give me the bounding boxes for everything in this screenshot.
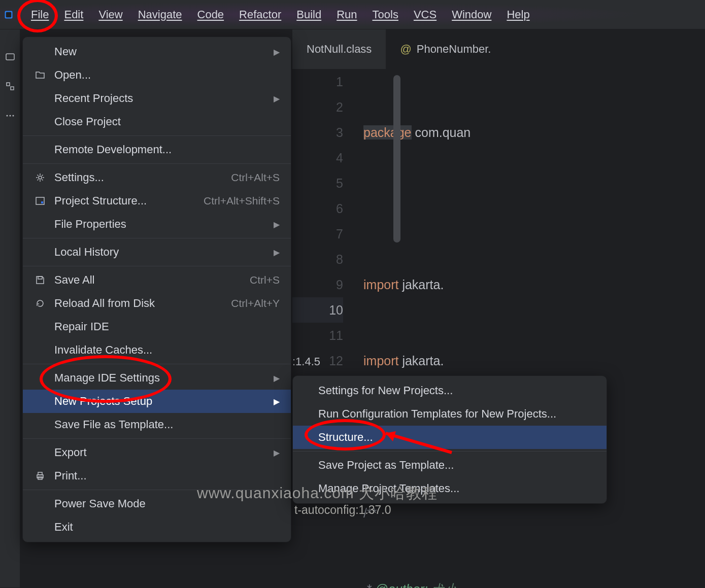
code-area[interactable]: package com.quan import jakarta. import … [363, 69, 471, 588]
menu-view[interactable]: View [91, 0, 130, 29]
svg-point-7 [12, 115, 14, 117]
tool-button-more[interactable] [3, 109, 17, 123]
gutter: 1 2 3 4 5 6 7 8 9 10 11 12 [292, 69, 363, 588]
new-projects-setup-submenu: Settings for New Projects... Run Configu… [292, 375, 607, 504]
menu-project-structure[interactable]: Project Structure...Ctrl+Alt+Shift+S [23, 189, 291, 213]
menu-tools[interactable]: Tools [365, 0, 406, 29]
tab-notnull[interactable]: NotNull.class [292, 29, 386, 69]
menu-reload[interactable]: Reload All from DiskCtrl+Alt+Y [23, 292, 291, 315]
menu-invalidate[interactable]: Invalidate Caches... [23, 338, 291, 362]
menu-close-project[interactable]: Close Project [23, 110, 291, 133]
submenu-settings-np[interactable]: Settings for New Projects... [293, 379, 607, 402]
svg-point-6 [9, 115, 11, 117]
svg-rect-1 [6, 12, 12, 17]
structure-icon [34, 196, 46, 205]
tool-window-sidebar [0, 29, 20, 587]
menu-power-save[interactable]: Power Save Mode [23, 492, 291, 515]
version-fragment: :1.4.5 [292, 355, 320, 368]
editor-tabs: NotNull.class @ PhoneNumber. [292, 29, 705, 69]
svg-rect-4 [11, 87, 14, 90]
folder-icon [34, 71, 46, 80]
editor-area: NotNull.class @ PhoneNumber. 1 2 3 4 5 6… [292, 29, 705, 588]
tab-label: NotNull.class [307, 43, 372, 56]
svg-rect-3 [7, 83, 10, 86]
menu-local-history[interactable]: Local History▶ [23, 240, 291, 264]
menu-build[interactable]: Build [289, 0, 329, 29]
menu-file[interactable]: File [23, 0, 56, 29]
svg-point-5 [6, 115, 8, 117]
submenu-save-proj[interactable]: Save Project as Template... [293, 454, 607, 477]
menu-new-projects-setup[interactable]: New Projects Setup▶ [23, 390, 291, 413]
menu-open[interactable]: Open... [23, 63, 291, 87]
menu-exit[interactable]: Exit [23, 515, 291, 539]
menubar: File Edit View Navigate Code Refactor Bu… [0, 0, 705, 29]
tab-phonenumber[interactable]: @ PhoneNumber. [386, 29, 505, 69]
menu-print[interactable]: Print... [23, 464, 291, 488]
menu-run[interactable]: Run [329, 0, 364, 29]
menu-manage-ide[interactable]: Manage IDE Settings▶ [23, 366, 291, 390]
svg-rect-11 [38, 276, 42, 279]
editor-body[interactable]: 1 2 3 4 5 6 7 8 9 10 11 12 package com.q… [292, 69, 705, 588]
menu-new[interactable]: New▶ [23, 40, 291, 63]
tool-button-project[interactable] [3, 50, 17, 64]
menu-remote-dev[interactable]: Remote Development... [23, 138, 291, 161]
svg-point-8 [39, 176, 42, 179]
print-icon [34, 471, 46, 481]
tool-button-structure[interactable] [3, 79, 17, 93]
tab-label: PhoneNumber. [417, 43, 491, 56]
menu-window[interactable]: Window [444, 0, 499, 29]
submenu-structure[interactable]: Structure... [293, 426, 607, 449]
menu-help[interactable]: Help [499, 0, 537, 29]
menu-settings[interactable]: Settings...Ctrl+Alt+S [23, 166, 291, 189]
app-icon [4, 10, 13, 19]
menu-repair[interactable]: Repair IDE [23, 315, 291, 338]
menu-code[interactable]: Code [190, 0, 232, 29]
scrollbar-thumb[interactable] [393, 75, 400, 243]
svg-rect-13 [38, 472, 42, 475]
menu-save-file-template[interactable]: Save File as Template... [23, 413, 291, 436]
submenu-manage-proj[interactable]: Manage Project Templates... [293, 477, 607, 500]
svg-rect-10 [41, 201, 43, 203]
menu-navigate[interactable]: Navigate [130, 0, 190, 29]
menu-vcs[interactable]: VCS [406, 0, 444, 29]
menu-refactor[interactable]: Refactor [231, 0, 289, 29]
menu-edit[interactable]: Edit [56, 0, 91, 29]
save-icon [34, 275, 46, 285]
gear-icon [34, 172, 46, 183]
menu-recent[interactable]: Recent Projects▶ [23, 87, 291, 110]
submenu-run-cfg[interactable]: Run Configuration Templates for New Proj… [293, 402, 607, 426]
menu-export[interactable]: Export▶ [23, 441, 291, 464]
svg-rect-2 [6, 54, 14, 60]
file-dropdown: New▶ Open... Recent Projects▶ Close Proj… [22, 37, 291, 542]
menu-save-all[interactable]: Save AllCtrl+S [23, 268, 291, 292]
menu-file-properties[interactable]: File Properties▶ [23, 213, 291, 236]
reload-icon [34, 298, 46, 308]
